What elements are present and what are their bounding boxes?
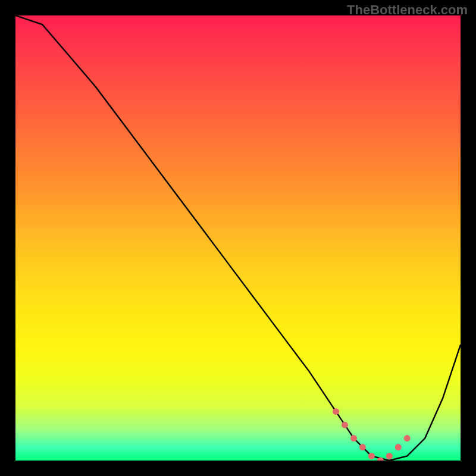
watermark-text: TheBottleneck.com	[347, 2, 468, 18]
chart-gradient-background	[15, 15, 461, 461]
